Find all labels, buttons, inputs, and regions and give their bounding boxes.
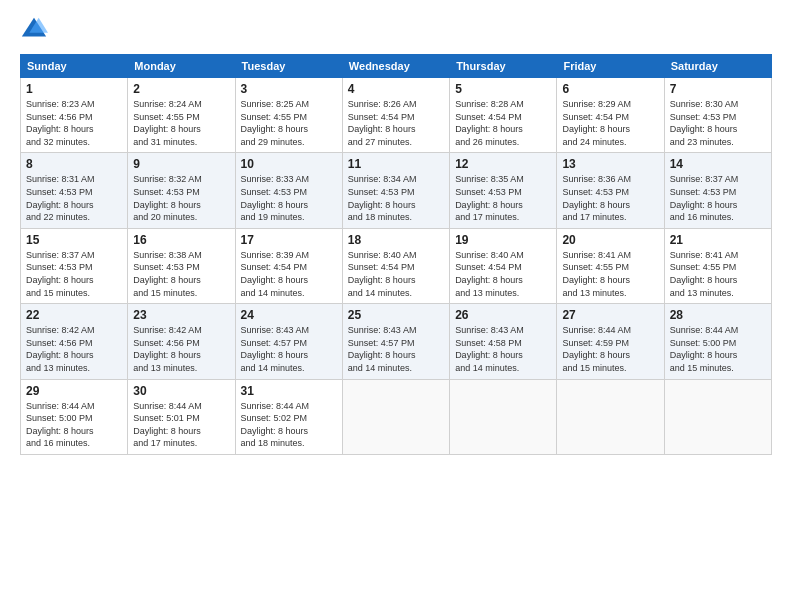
calendar-cell: 4Sunrise: 8:26 AM Sunset: 4:54 PM Daylig… (342, 78, 449, 153)
calendar-cell: 17Sunrise: 8:39 AM Sunset: 4:54 PM Dayli… (235, 228, 342, 303)
day-number: 18 (348, 233, 444, 247)
calendar-week-2: 8Sunrise: 8:31 AM Sunset: 4:53 PM Daylig… (21, 153, 772, 228)
day-number: 6 (562, 82, 658, 96)
day-number: 24 (241, 308, 337, 322)
logo (20, 16, 52, 44)
calendar-cell: 1Sunrise: 8:23 AM Sunset: 4:56 PM Daylig… (21, 78, 128, 153)
day-info: Sunrise: 8:23 AM Sunset: 4:56 PM Dayligh… (26, 98, 122, 148)
day-number: 1 (26, 82, 122, 96)
calendar-header-wednesday: Wednesday (342, 55, 449, 78)
day-number: 11 (348, 157, 444, 171)
day-info: Sunrise: 8:44 AM Sunset: 5:00 PM Dayligh… (670, 324, 766, 374)
calendar-cell: 24Sunrise: 8:43 AM Sunset: 4:57 PM Dayli… (235, 304, 342, 379)
calendar-cell: 3Sunrise: 8:25 AM Sunset: 4:55 PM Daylig… (235, 78, 342, 153)
calendar-cell: 27Sunrise: 8:44 AM Sunset: 4:59 PM Dayli… (557, 304, 664, 379)
calendar-week-1: 1Sunrise: 8:23 AM Sunset: 4:56 PM Daylig… (21, 78, 772, 153)
calendar-header-row: SundayMondayTuesdayWednesdayThursdayFrid… (21, 55, 772, 78)
day-info: Sunrise: 8:44 AM Sunset: 5:01 PM Dayligh… (133, 400, 229, 450)
day-number: 4 (348, 82, 444, 96)
calendar-cell: 14Sunrise: 8:37 AM Sunset: 4:53 PM Dayli… (664, 153, 771, 228)
day-info: Sunrise: 8:39 AM Sunset: 4:54 PM Dayligh… (241, 249, 337, 299)
day-info: Sunrise: 8:41 AM Sunset: 4:55 PM Dayligh… (670, 249, 766, 299)
day-number: 10 (241, 157, 337, 171)
calendar-cell: 26Sunrise: 8:43 AM Sunset: 4:58 PM Dayli… (450, 304, 557, 379)
calendar-cell: 22Sunrise: 8:42 AM Sunset: 4:56 PM Dayli… (21, 304, 128, 379)
day-number: 22 (26, 308, 122, 322)
day-number: 31 (241, 384, 337, 398)
day-number: 16 (133, 233, 229, 247)
day-info: Sunrise: 8:43 AM Sunset: 4:57 PM Dayligh… (348, 324, 444, 374)
day-info: Sunrise: 8:43 AM Sunset: 4:58 PM Dayligh… (455, 324, 551, 374)
day-info: Sunrise: 8:40 AM Sunset: 4:54 PM Dayligh… (455, 249, 551, 299)
page: SundayMondayTuesdayWednesdayThursdayFrid… (0, 0, 792, 612)
calendar-header-sunday: Sunday (21, 55, 128, 78)
calendar-week-5: 29Sunrise: 8:44 AM Sunset: 5:00 PM Dayli… (21, 379, 772, 454)
day-number: 25 (348, 308, 444, 322)
calendar-week-3: 15Sunrise: 8:37 AM Sunset: 4:53 PM Dayli… (21, 228, 772, 303)
day-number: 20 (562, 233, 658, 247)
day-info: Sunrise: 8:30 AM Sunset: 4:53 PM Dayligh… (670, 98, 766, 148)
day-info: Sunrise: 8:35 AM Sunset: 4:53 PM Dayligh… (455, 173, 551, 223)
calendar-cell: 13Sunrise: 8:36 AM Sunset: 4:53 PM Dayli… (557, 153, 664, 228)
calendar-header-monday: Monday (128, 55, 235, 78)
day-number: 8 (26, 157, 122, 171)
day-info: Sunrise: 8:37 AM Sunset: 4:53 PM Dayligh… (670, 173, 766, 223)
day-info: Sunrise: 8:31 AM Sunset: 4:53 PM Dayligh… (26, 173, 122, 223)
calendar-cell: 18Sunrise: 8:40 AM Sunset: 4:54 PM Dayli… (342, 228, 449, 303)
calendar-cell: 2Sunrise: 8:24 AM Sunset: 4:55 PM Daylig… (128, 78, 235, 153)
day-info: Sunrise: 8:43 AM Sunset: 4:57 PM Dayligh… (241, 324, 337, 374)
calendar-cell (342, 379, 449, 454)
calendar-header-saturday: Saturday (664, 55, 771, 78)
day-number: 21 (670, 233, 766, 247)
calendar-cell: 7Sunrise: 8:30 AM Sunset: 4:53 PM Daylig… (664, 78, 771, 153)
calendar-header-friday: Friday (557, 55, 664, 78)
day-number: 30 (133, 384, 229, 398)
day-info: Sunrise: 8:41 AM Sunset: 4:55 PM Dayligh… (562, 249, 658, 299)
calendar-cell: 16Sunrise: 8:38 AM Sunset: 4:53 PM Dayli… (128, 228, 235, 303)
day-info: Sunrise: 8:24 AM Sunset: 4:55 PM Dayligh… (133, 98, 229, 148)
day-info: Sunrise: 8:34 AM Sunset: 4:53 PM Dayligh… (348, 173, 444, 223)
calendar-cell: 19Sunrise: 8:40 AM Sunset: 4:54 PM Dayli… (450, 228, 557, 303)
day-info: Sunrise: 8:40 AM Sunset: 4:54 PM Dayligh… (348, 249, 444, 299)
day-info: Sunrise: 8:42 AM Sunset: 4:56 PM Dayligh… (133, 324, 229, 374)
calendar-header-thursday: Thursday (450, 55, 557, 78)
day-info: Sunrise: 8:25 AM Sunset: 4:55 PM Dayligh… (241, 98, 337, 148)
day-number: 27 (562, 308, 658, 322)
calendar-cell: 11Sunrise: 8:34 AM Sunset: 4:53 PM Dayli… (342, 153, 449, 228)
day-info: Sunrise: 8:44 AM Sunset: 4:59 PM Dayligh… (562, 324, 658, 374)
day-number: 23 (133, 308, 229, 322)
day-number: 7 (670, 82, 766, 96)
day-number: 12 (455, 157, 551, 171)
day-info: Sunrise: 8:37 AM Sunset: 4:53 PM Dayligh… (26, 249, 122, 299)
day-info: Sunrise: 8:32 AM Sunset: 4:53 PM Dayligh… (133, 173, 229, 223)
day-number: 9 (133, 157, 229, 171)
day-number: 14 (670, 157, 766, 171)
day-info: Sunrise: 8:33 AM Sunset: 4:53 PM Dayligh… (241, 173, 337, 223)
day-info: Sunrise: 8:42 AM Sunset: 4:56 PM Dayligh… (26, 324, 122, 374)
calendar-cell: 25Sunrise: 8:43 AM Sunset: 4:57 PM Dayli… (342, 304, 449, 379)
day-number: 13 (562, 157, 658, 171)
calendar-cell: 5Sunrise: 8:28 AM Sunset: 4:54 PM Daylig… (450, 78, 557, 153)
day-info: Sunrise: 8:44 AM Sunset: 5:00 PM Dayligh… (26, 400, 122, 450)
day-info: Sunrise: 8:44 AM Sunset: 5:02 PM Dayligh… (241, 400, 337, 450)
day-number: 3 (241, 82, 337, 96)
day-number: 19 (455, 233, 551, 247)
calendar-cell: 10Sunrise: 8:33 AM Sunset: 4:53 PM Dayli… (235, 153, 342, 228)
calendar-cell: 6Sunrise: 8:29 AM Sunset: 4:54 PM Daylig… (557, 78, 664, 153)
calendar-cell: 30Sunrise: 8:44 AM Sunset: 5:01 PM Dayli… (128, 379, 235, 454)
header (20, 16, 772, 44)
calendar-header-tuesday: Tuesday (235, 55, 342, 78)
day-number: 26 (455, 308, 551, 322)
day-info: Sunrise: 8:36 AM Sunset: 4:53 PM Dayligh… (562, 173, 658, 223)
calendar-cell: 20Sunrise: 8:41 AM Sunset: 4:55 PM Dayli… (557, 228, 664, 303)
calendar-cell: 15Sunrise: 8:37 AM Sunset: 4:53 PM Dayli… (21, 228, 128, 303)
day-number: 17 (241, 233, 337, 247)
day-number: 15 (26, 233, 122, 247)
logo-icon (20, 16, 48, 44)
calendar-cell: 29Sunrise: 8:44 AM Sunset: 5:00 PM Dayli… (21, 379, 128, 454)
day-number: 28 (670, 308, 766, 322)
calendar-cell: 23Sunrise: 8:42 AM Sunset: 4:56 PM Dayli… (128, 304, 235, 379)
calendar-week-4: 22Sunrise: 8:42 AM Sunset: 4:56 PM Dayli… (21, 304, 772, 379)
calendar-cell: 31Sunrise: 8:44 AM Sunset: 5:02 PM Dayli… (235, 379, 342, 454)
calendar-cell: 9Sunrise: 8:32 AM Sunset: 4:53 PM Daylig… (128, 153, 235, 228)
